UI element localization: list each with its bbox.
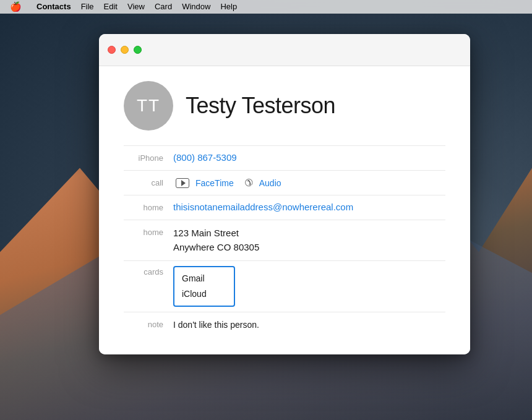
facetime-row: call FaceTime ✆ Audio [124, 171, 445, 195]
address-value: 123 Main Street Anywhere CO 80305 [173, 226, 445, 254]
call-label: call [124, 177, 173, 187]
maximize-button[interactable] [134, 46, 142, 54]
card-gmail[interactable]: Gmail [182, 271, 226, 286]
info-section: iPhone (800) 867-5309 call FaceTime ✆ Au… [124, 145, 445, 336]
address-row: home 123 Main Street Anywhere CO 80305 [124, 220, 445, 261]
address-line2: Anywhere CO 80305 [173, 241, 445, 255]
menubar-file[interactable]: File [76, 0, 99, 14]
facetime-label[interactable]: FaceTime [195, 178, 234, 188]
email-row: home thisisnotanemailaddress@nowherereal… [124, 195, 445, 220]
email-label: home [124, 202, 173, 212]
video-triangle [181, 180, 186, 186]
avatar: TT [124, 81, 173, 131]
card-icloud[interactable]: iCloud [182, 286, 226, 302]
menubar-window[interactable]: Window [177, 0, 215, 14]
facetime-actions: FaceTime ✆ Audio [176, 177, 281, 189]
facetime-video-icon[interactable] [176, 178, 189, 188]
menubar-edit[interactable]: Edit [99, 0, 122, 14]
minimize-button[interactable] [121, 46, 129, 54]
note-label: note [124, 319, 173, 329]
card-content: TT Testy Testerson iPhone (800) 867-5309… [99, 66, 470, 354]
contact-name: Testy Testerson [186, 93, 335, 119]
menubar: 🍎 Contacts File Edit View Card Window He… [0, 0, 532, 14]
phone-row: iPhone (800) 867-5309 [124, 146, 445, 171]
phone-label: iPhone [124, 152, 173, 163]
cards-label: cards [124, 266, 173, 276]
audio-label[interactable]: Audio [259, 178, 281, 188]
titlebar [99, 34, 470, 66]
audio-phone-icon: ✆ [245, 177, 253, 189]
note-row: note I don't like this person. [124, 312, 445, 336]
contact-header: TT Testy Testerson [124, 81, 445, 131]
address-label: home [124, 226, 173, 237]
contacts-window: TT Testy Testerson iPhone (800) 867-5309… [99, 34, 470, 354]
menubar-help[interactable]: Help [215, 0, 242, 14]
menubar-view[interactable]: View [122, 0, 150, 14]
note-value: I don't like this person. [173, 319, 259, 330]
menubar-card[interactable]: Card [150, 0, 177, 14]
close-button[interactable] [108, 46, 116, 54]
apple-menu[interactable]: 🍎 [5, 0, 27, 14]
email-value[interactable]: thisisnotanemailaddress@nowherereal.com [173, 202, 445, 212]
cards-container: Gmail iCloud [173, 266, 235, 307]
cards-row: cards Gmail iCloud [124, 261, 445, 312]
phone-value[interactable]: (800) 867-5309 [173, 152, 445, 163]
address-line1: 123 Main Street [173, 226, 445, 241]
menubar-app-name[interactable]: Contacts [32, 0, 76, 14]
traffic-lights [108, 46, 142, 54]
